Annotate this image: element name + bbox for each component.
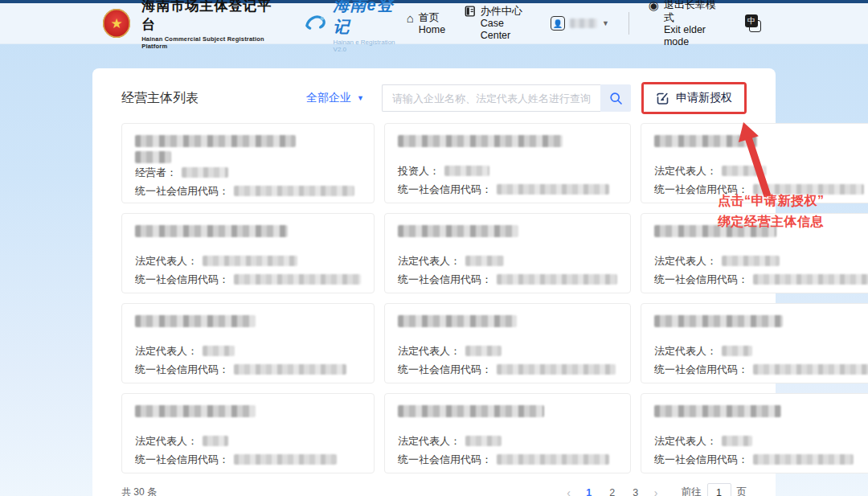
annotation-highlight-box: 申请新授权 — [641, 82, 747, 114]
nav-home-zh: 首页 — [419, 11, 445, 24]
entity-card[interactable]: 法定代表人： 统一社会信用代码： — [384, 303, 631, 383]
name-redacted-bar — [398, 225, 518, 237]
search-bar — [382, 84, 631, 112]
entity-card[interactable]: 经营者： 统一社会信用代码： — [121, 123, 375, 203]
user-menu[interactable]: 👤 ▼ — [551, 16, 609, 31]
enterprise-type-select[interactable]: 全部企业 ▼ — [306, 91, 364, 105]
entity-name-redacted — [135, 404, 361, 432]
owner-row: 法定代表人： — [135, 432, 361, 450]
name-redacted-bar-2 — [135, 151, 171, 163]
credit-code-row: 统一社会信用代码： — [654, 270, 868, 289]
owner-label: 经营者： — [135, 166, 177, 178]
exit-elder-zh: 退出长辈模式 — [664, 0, 726, 24]
credit-code-value-redacted — [497, 184, 609, 195]
credit-code-value-redacted — [753, 364, 868, 375]
credit-code-row: 统一社会信用代码： — [398, 270, 617, 289]
owner-label: 法定代表人： — [654, 255, 717, 267]
owner-label: 法定代表人： — [398, 255, 461, 267]
search-button[interactable] — [600, 84, 631, 112]
elogo-block: 海南e登记 Hainan e Registration V2.0 — [304, 0, 407, 53]
entity-card-grid: 经营者： 统一社会信用代码： 投资人： 统一社会信用代码： 法定代表人： 统一社… — [121, 123, 747, 473]
elogo-title: 海南e登记 — [334, 0, 407, 38]
owner-label: 法定代表人： — [135, 255, 198, 267]
page-button-2[interactable]: 2 — [608, 487, 617, 496]
page-unit-label: 页 — [737, 486, 747, 496]
annotation-line2: 绑定经营主体信息 — [718, 211, 868, 232]
elogo-text-block: 海南e登记 Hainan e Registration V2.0 — [334, 0, 407, 53]
search-input[interactable] — [382, 84, 600, 112]
credit-code-label: 统一社会信用代码： — [654, 273, 748, 285]
credit-code-row: 统一社会信用代码： — [654, 450, 868, 469]
nav-case-zh: 办件中心 — [481, 5, 531, 18]
page-button-3[interactable]: 3 — [631, 487, 641, 496]
apply-new-authorization-button[interactable]: 申请新授权 — [644, 84, 744, 112]
nav-home-en: Home — [419, 24, 445, 36]
owner-value-redacted — [465, 346, 502, 356]
credit-code-value-redacted — [753, 274, 868, 285]
owner-label: 法定代表人： — [398, 435, 461, 447]
entity-name-redacted — [654, 404, 868, 432]
prev-page-icon[interactable]: ‹ — [567, 486, 571, 496]
edit-pen-icon — [656, 92, 669, 105]
owner-label: 法定代表人： — [654, 435, 717, 447]
credit-code-row: 统一社会信用代码： — [135, 360, 361, 379]
credit-code-value-redacted — [753, 454, 854, 465]
nav-case-center[interactable]: 办件中心 Case Center — [465, 5, 531, 42]
owner-value-redacted — [722, 256, 780, 266]
credit-code-row: 统一社会信用代码： — [654, 360, 868, 379]
entity-card[interactable]: 法定代表人： 统一社会信用代码： — [121, 393, 375, 473]
owner-label: 投资人： — [398, 165, 440, 177]
credit-code-label: 统一社会信用代码： — [654, 453, 748, 465]
name-redacted-bar — [135, 135, 296, 147]
platform-subtitle: Hainan Commercial Subject Registration P… — [141, 35, 285, 50]
nav-home-labels: 首页 Home — [419, 11, 445, 36]
entity-name-redacted — [398, 224, 617, 252]
list-footer: 共 30 条 ‹ 1 2 3 › 前往 页 — [121, 483, 747, 496]
next-page-icon[interactable]: › — [654, 486, 658, 496]
user-avatar-icon: 👤 — [551, 16, 565, 31]
owner-row: 法定代表人： — [135, 252, 361, 270]
main-panel: 经营主体列表 全部企业 ▼ 申请新授权 — [92, 68, 776, 496]
credit-code-label: 统一社会信用代码： — [135, 363, 229, 375]
owner-row: 法定代表人： — [654, 162, 868, 180]
elogo-subtitle: Hainan e Registration V2.0 — [334, 39, 407, 53]
home-icon: ⌂ — [407, 11, 414, 26]
credit-code-label: 统一社会信用代码： — [135, 453, 229, 465]
name-redacted-bar — [135, 315, 256, 327]
credit-code-row: 统一社会信用代码： — [398, 450, 617, 469]
translate-icon-front: 中 — [745, 14, 758, 27]
goto-page-input[interactable] — [707, 483, 731, 496]
owner-value-redacted — [182, 167, 228, 178]
credit-code-value-redacted — [234, 454, 337, 465]
platform-title-block: 海南市场主体登记平台 Hainan Commercial Subject Reg… — [141, 0, 285, 50]
nav-home[interactable]: ⌂ 首页 Home — [407, 11, 445, 36]
name-redacted-bar — [654, 405, 781, 417]
owner-value-redacted — [203, 256, 297, 266]
entity-card[interactable]: 法定代表人： 统一社会信用代码： — [384, 393, 631, 473]
translate-icon[interactable]: 中 — [745, 14, 761, 32]
name-redacted-bar — [135, 405, 256, 417]
nav-case-en: Case Center — [481, 18, 531, 42]
pagination: ‹ 1 2 3 › 前往 页 — [567, 483, 747, 496]
owner-value-redacted — [722, 436, 752, 446]
entity-card[interactable]: 法定代表人： 统一社会信用代码： — [641, 303, 868, 383]
entity-name-redacted — [135, 134, 361, 163]
page-button-1[interactable]: 1 — [584, 487, 594, 496]
entity-card[interactable]: 法定代表人： 统一社会信用代码： — [121, 303, 375, 383]
entity-card[interactable]: 法定代表人： 统一社会信用代码： — [384, 213, 631, 293]
owner-value-redacted — [722, 346, 752, 356]
entity-card[interactable]: 法定代表人： 统一社会信用代码： — [121, 213, 375, 293]
owner-value-redacted — [465, 256, 504, 266]
owner-row: 法定代表人： — [654, 342, 868, 360]
national-emblem-icon: ★ — [103, 9, 130, 38]
name-redacted-bar — [398, 405, 544, 417]
entity-card[interactable]: 法定代表人： 统一社会信用代码： — [641, 393, 868, 473]
e-swoosh-icon — [304, 13, 326, 34]
exit-elder-mode-button[interactable]: ◉ 退出长辈模式 Exit elder mode — [649, 0, 726, 48]
credit-code-label: 统一社会信用代码： — [135, 185, 229, 197]
entity-name-redacted — [135, 224, 361, 252]
entity-card[interactable]: 投资人： 统一社会信用代码： — [384, 123, 631, 203]
annotation-note: 点击“申请新授权” 绑定经营主体信息 — [718, 191, 868, 232]
credit-code-value-redacted — [234, 274, 361, 285]
filter-selected-value: 全部企业 — [306, 91, 351, 105]
